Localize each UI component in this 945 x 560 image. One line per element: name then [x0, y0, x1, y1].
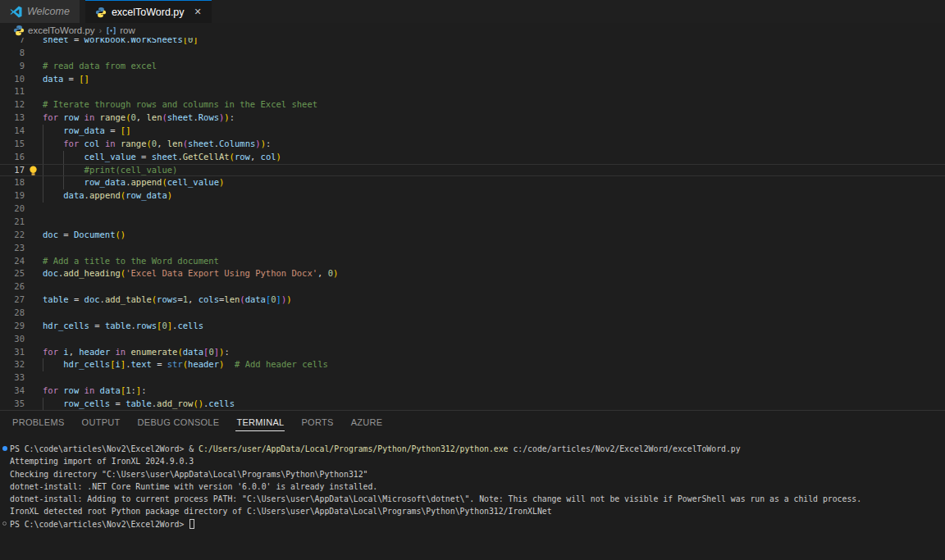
line-number: 7	[0, 38, 25, 47]
terminal-line: Checking directory "C:\Users\user\AppDat…	[10, 468, 945, 480]
code-line: 29hdr_cells = table.rows[0].cells	[0, 320, 945, 333]
terminal-line: PS C:\code\articles\Nov2\Excel2Word> & C…	[10, 443, 945, 455]
panel-tab-debug-console[interactable]: DEBUG CONSOLE	[137, 413, 221, 430]
terminal-line: Attempting import of IronXL 2024.9.0.3	[10, 455, 945, 467]
line-number: 16	[0, 151, 25, 164]
code-line: 26	[0, 280, 945, 294]
code-line: 31for i, header in enumerate(data[0]):	[0, 346, 945, 359]
line-number: 18	[0, 176, 25, 189]
terminal-line: IronXL detected root Python package dire…	[10, 505, 945, 517]
line-number: 32	[0, 358, 25, 371]
line-number: 22	[0, 229, 25, 242]
code-line: 12# Iterate through rows and columns in …	[0, 98, 945, 112]
terminal-line: dotnet-install: Adding to current proces…	[10, 493, 945, 505]
code-editor[interactable]: 7sheet = workbook.WorkSheets[0]89# read …	[0, 38, 945, 410]
breadcrumb-separator: ›	[98, 25, 103, 35]
code-line: 19 data.append(row_data)	[0, 189, 945, 203]
code-line: 14 row_data = []	[0, 125, 945, 138]
line-number: 26	[0, 280, 25, 294]
line-number: 29	[0, 320, 25, 333]
indent-guide	[43, 151, 43, 164]
indent-guide	[43, 165, 43, 176]
breadcrumb[interactable]: excelToWord.py › row	[0, 23, 945, 38]
breadcrumb-file[interactable]: excelToWord.py	[28, 25, 95, 35]
indent-guide	[43, 176, 43, 189]
terminal-line: PS C:\code\articles\Nov2\Excel2Word>	[10, 518, 945, 530]
code-line: 25doc.add_heading('Excel Data Export Usi…	[0, 267, 945, 280]
terminal-line: dotnet-install: .NET Core Runtime with v…	[10, 480, 945, 493]
python-icon	[95, 7, 107, 18]
panel-tab-ports[interactable]: PORTS	[300, 413, 334, 430]
editor-tab-bar: WelcomeexcelToWord.py✕	[0, 0, 945, 23]
indent-guide	[63, 165, 64, 176]
line-number: 10	[0, 73, 25, 86]
line-number: 27	[0, 294, 25, 307]
code-line: 35 row_cells = table.add_row().cells	[0, 398, 945, 410]
panel-tab-problems[interactable]: PROBLEMS	[11, 413, 66, 430]
line-number: 28	[0, 307, 25, 320]
panel-tab-output[interactable]: OUTPUT	[81, 413, 121, 430]
panel-tab-terminal[interactable]: TERMINAL	[235, 413, 285, 431]
panel-tab-azure[interactable]: AZURE	[350, 413, 384, 430]
code-lines: 7sheet = workbook.WorkSheets[0]89# read …	[0, 38, 945, 410]
code-line: 30	[0, 333, 945, 346]
line-number: 19	[0, 189, 25, 203]
line-number: 21	[0, 216, 25, 229]
code-line: 18 row_data.append(cell_value)	[0, 176, 945, 189]
line-number: 31	[0, 346, 25, 359]
line-number: 23	[0, 242, 25, 255]
command-run-decoration[interactable]	[2, 446, 7, 451]
code-line: 20	[0, 203, 945, 216]
line-number: 9	[0, 60, 25, 73]
terminal-cursor	[189, 519, 194, 529]
line-number: 17	[0, 165, 25, 176]
code-line: 15 for col in range(0, len(sheet.Columns…	[0, 138, 945, 151]
code-line: 11	[0, 85, 945, 98]
indent-guide	[63, 176, 64, 189]
code-line: 7sheet = workbook.WorkSheets[0]	[0, 38, 945, 47]
line-number: 30	[0, 333, 25, 346]
code-line: 8	[0, 47, 945, 60]
code-line: 9# read data from excel	[0, 60, 945, 73]
line-number: 12	[0, 98, 25, 112]
code-line: 22doc = Document()	[0, 229, 945, 242]
vscode-logo	[10, 6, 22, 18]
code-line: 17 #print(cell_value)	[0, 164, 945, 177]
indent-guide	[43, 398, 43, 410]
bottom-panel: PROBLEMSOUTPUTDEBUG CONSOLETERMINALPORTS…	[0, 410, 945, 560]
tab-welcome[interactable]: Welcome	[0, 0, 80, 23]
indent-guide	[63, 151, 64, 164]
tab-label: Welcome	[27, 6, 70, 17]
code-line: 23	[0, 242, 945, 255]
python-icon	[13, 25, 25, 36]
breadcrumb-symbol[interactable]: row	[120, 25, 135, 35]
tab-label: excelToWord.py	[112, 7, 185, 18]
line-number: 24	[0, 255, 25, 268]
line-number: 34	[0, 385, 25, 398]
tab-exceltoword-py[interactable]: excelToWord.py✕	[85, 0, 212, 23]
line-number: 35	[0, 398, 25, 410]
indent-guide	[43, 189, 43, 203]
indent-guide	[43, 125, 43, 138]
line-number: 13	[0, 112, 25, 125]
code-line: 27table = doc.add_table(rows=1, cols=len…	[0, 294, 945, 307]
close-icon[interactable]: ✕	[194, 7, 202, 17]
indent-guide	[43, 358, 43, 371]
line-number: 25	[0, 267, 25, 280]
indent-guide	[43, 138, 43, 151]
terminal[interactable]: PS C:\code\articles\Nov2\Excel2Word> & C…	[0, 433, 945, 560]
code-line: 32 hdr_cells[i].text = str(header) # Add…	[0, 358, 945, 371]
code-line: 28	[0, 307, 945, 320]
variable-icon	[106, 25, 116, 36]
code-line: 34for row in data[1:]:	[0, 385, 945, 398]
line-number: 15	[0, 138, 25, 151]
code-line: 21	[0, 216, 945, 229]
line-number: 33	[0, 371, 25, 385]
code-line: 10data = []	[0, 73, 945, 86]
command-prompt-decoration[interactable]	[2, 521, 7, 526]
code-line: 33	[0, 371, 945, 385]
panel-tab-bar: PROBLEMSOUTPUTDEBUG CONSOLETERMINALPORTS…	[0, 411, 945, 433]
line-number: 14	[0, 125, 25, 138]
code-line: 24# Add a title to the Word document	[0, 255, 945, 268]
code-line: 16 cell_value = sheet.GetCellAt(row, col…	[0, 151, 945, 164]
